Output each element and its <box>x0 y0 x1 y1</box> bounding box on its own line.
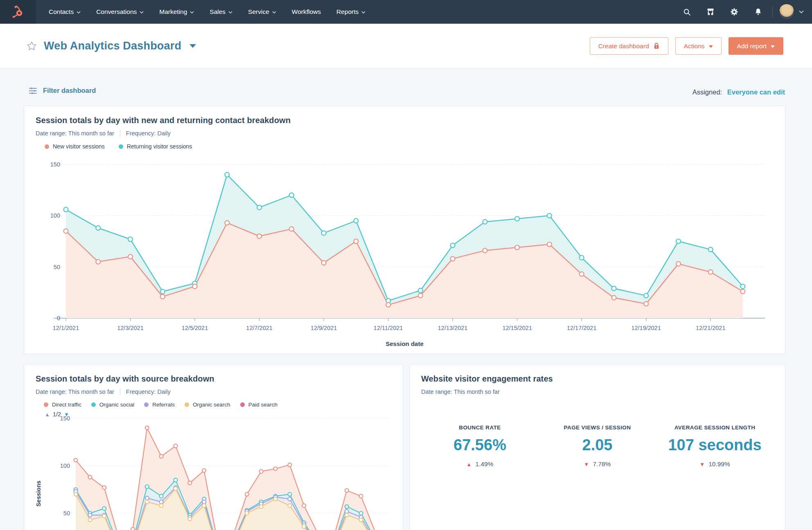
legend-dot-icon <box>45 144 49 149</box>
dashboard-title-dropdown[interactable]: Web Analytics Dashboard <box>44 40 196 52</box>
svg-text:12/5/2021: 12/5/2021 <box>182 325 208 331</box>
legend-item[interactable]: Organic search <box>185 402 230 408</box>
chart-legend: New visitor sessionsReturning visitor se… <box>36 143 774 150</box>
avatar[interactable] <box>778 4 795 20</box>
nav-item-label: Reports <box>336 8 359 16</box>
date-range-label: Date range: <box>36 130 67 137</box>
date-range-label: Date range: <box>36 389 67 395</box>
chevron-down-icon <box>140 11 144 13</box>
delta-value: 1.49% <box>475 460 493 468</box>
nav-item-label: Contacts <box>49 8 74 16</box>
legend-item[interactable]: New visitor sessions <box>45 143 105 150</box>
engagement-metrics: BOUNCE RATE67.56%▲1.49%PAGE VIEWS / SESS… <box>421 424 774 468</box>
legend-label: Direct traffic <box>52 402 81 408</box>
meta-divider <box>120 389 120 395</box>
marketplace-icon[interactable] <box>699 0 722 24</box>
nav-item-sales[interactable]: Sales <box>202 0 240 24</box>
nav-divider <box>772 6 773 18</box>
delta-up-icon: ▲ <box>467 461 472 467</box>
card-meta: Date range: This month so far Frequency:… <box>36 389 391 395</box>
metric-delta: ▼7.78% <box>539 460 656 468</box>
legend-item[interactable]: Returning visitor sessions <box>119 143 192 150</box>
svg-text:12/17/2021: 12/17/2021 <box>567 325 597 331</box>
legend-dot-icon <box>91 402 96 407</box>
search-icon[interactable] <box>675 0 699 24</box>
nav-item-conversations[interactable]: Conversations <box>88 0 151 24</box>
legend-label: New visitor sessions <box>53 143 105 150</box>
assigned-value-link[interactable]: Everyone can edit <box>727 88 785 96</box>
legend-label: Returning visitor sessions <box>127 143 192 150</box>
chart-legend: Direct trafficOrganic socialReferralsOrg… <box>36 402 391 408</box>
card-title: Session totals by day with new and retur… <box>36 116 774 125</box>
legend-dot-icon <box>44 402 48 407</box>
add-report-button[interactable]: Add report <box>729 37 783 55</box>
actions-caret-icon <box>709 45 713 48</box>
sessions-source-chart[interactable]: 050100150Sessions <box>27 412 399 530</box>
legend-label: Paid search <box>248 402 277 408</box>
legend-item[interactable]: Paid search <box>240 402 277 408</box>
nav-item-label: Sales <box>210 8 226 16</box>
chevron-down-icon <box>361 11 365 13</box>
filter-dashboard-label: Filter dashboard <box>43 87 96 94</box>
delta-value: 10.99% <box>708 460 730 468</box>
settings-icon[interactable] <box>722 0 746 24</box>
hubspot-sprocket-icon <box>11 5 25 19</box>
favorite-star-icon[interactable] <box>26 40 37 52</box>
metric-average-session-length: AVERAGE SESSION LENGTH107 seconds▼10.99% <box>656 424 774 468</box>
metric-bounce-rate: BOUNCE RATE67.56%▲1.49% <box>421 424 539 468</box>
metric-value: 2.05 <box>539 436 656 454</box>
top-nav: ContactsConversationsMarketingSalesServi… <box>0 0 812 24</box>
nav-item-reports[interactable]: Reports <box>329 0 373 24</box>
svg-text:12/3/2021: 12/3/2021 <box>117 325 144 331</box>
title-caret-icon <box>189 44 196 48</box>
svg-text:100: 100 <box>50 212 60 219</box>
nav-item-label: Service <box>248 8 269 16</box>
legend-label: Organic social <box>99 402 135 408</box>
svg-text:12/9/2021: 12/9/2021 <box>311 325 337 331</box>
filter-dashboard-link[interactable]: Filter dashboard <box>29 87 96 94</box>
svg-text:50: 50 <box>63 510 70 517</box>
svg-text:Sessions: Sessions <box>35 481 42 507</box>
filter-sliders-icon <box>29 87 37 94</box>
card-sessions-source: Session totals by day with source breakd… <box>24 364 403 530</box>
frequency-label: Frequency: <box>126 389 156 395</box>
create-dashboard-button[interactable]: Create dashboard <box>590 37 668 55</box>
notifications-icon[interactable] <box>746 0 770 24</box>
date-range-value: This month so far <box>68 389 114 395</box>
page-title: Web Analytics Dashboard <box>44 40 181 52</box>
nav-item-contacts[interactable]: Contacts <box>41 0 88 24</box>
legend-item[interactable]: Organic social <box>91 402 135 408</box>
metric-value: 107 seconds <box>656 436 774 454</box>
actions-button[interactable]: Actions <box>675 37 722 55</box>
actions-label: Actions <box>684 43 705 50</box>
svg-text:150: 150 <box>50 161 60 168</box>
nav-item-workflows[interactable]: Workflows <box>284 0 329 24</box>
assigned-row: Assigned: Everyone can edit <box>692 88 785 96</box>
chevron-down-icon[interactable] <box>799 10 804 13</box>
delta-down-icon: ▼ <box>699 461 705 467</box>
metric-delta: ▼10.99% <box>656 460 774 468</box>
frequency-value: Daily <box>157 389 170 395</box>
legend-item[interactable]: Direct traffic <box>44 402 81 408</box>
date-range-value: This month so far <box>68 130 114 137</box>
svg-text:12/21/2021: 12/21/2021 <box>696 325 726 331</box>
nav-item-service[interactable]: Service <box>240 0 284 24</box>
svg-text:100: 100 <box>60 463 70 469</box>
nav-item-label: Workflows <box>292 8 321 16</box>
nav-item-marketing[interactable]: Marketing <box>151 0 202 24</box>
svg-text:12/7/2021: 12/7/2021 <box>246 325 273 331</box>
meta-divider <box>120 130 120 137</box>
card-meta: Date range: This month so far <box>421 389 774 395</box>
page-header: Web Analytics Dashboard Create dashboard… <box>0 24 812 69</box>
sessions-contacts-chart[interactable]: 05010015012/1/202112/3/202112/5/202112/7… <box>32 154 775 350</box>
legend-item[interactable]: Referrals <box>144 402 175 408</box>
nav-item-label: Conversations <box>96 8 137 16</box>
card-meta: Date range: This month so far Frequency:… <box>36 130 774 137</box>
metric-value: 67.56% <box>421 436 539 454</box>
nav-menu: ContactsConversationsMarketingSalesServi… <box>41 0 373 24</box>
metric-delta: ▲1.49% <box>421 460 539 468</box>
chevron-down-icon <box>228 11 232 13</box>
card-sessions-contacts: Session totals by day with new and retur… <box>24 106 785 354</box>
hubspot-logo[interactable] <box>0 0 36 24</box>
date-range-label: Date range: <box>421 389 452 395</box>
